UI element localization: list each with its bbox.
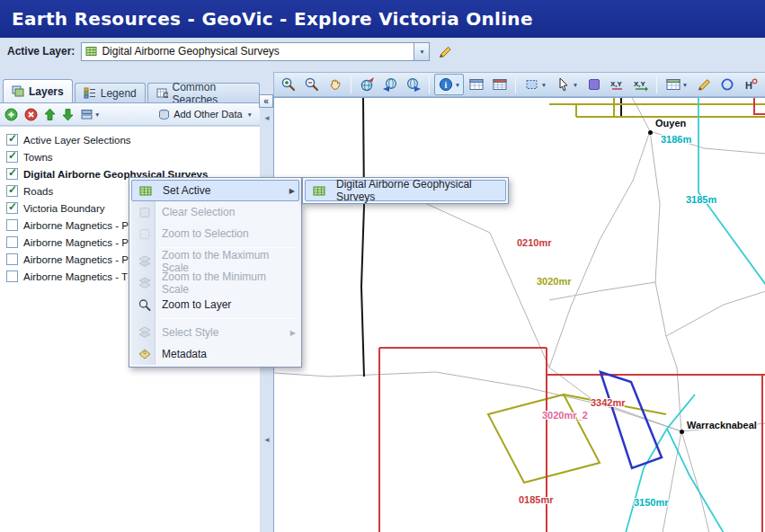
move-layer-up-button[interactable] (43, 108, 57, 121)
hand-icon (327, 76, 343, 93)
menu-item-clear-selection: Clear Selection (131, 201, 299, 223)
select-style-icon (138, 326, 152, 339)
town-marker-warracknabeal (680, 430, 684, 434)
check-icon: ✓ (8, 132, 17, 145)
chevron-down-icon: ▼ (419, 49, 424, 55)
layer-checkbox[interactable]: ✓ (6, 134, 18, 146)
zoom-out-button[interactable] (301, 74, 323, 95)
chevron-down-icon: ▼ (541, 82, 547, 88)
layer-checkbox[interactable] (6, 236, 18, 248)
layer-label: Active Layer Selections (23, 135, 131, 146)
survey-label: 3150mr (634, 497, 669, 508)
menu-item-set-active[interactable]: Set Active ▶ (131, 180, 299, 201)
chevron-down-icon: ▼ (247, 111, 253, 118)
menu-item-metadata[interactable]: Metadata (131, 343, 299, 365)
layers-toolbar: ▼ Add Other Data ▼ (0, 102, 260, 126)
remove-layer-button[interactable] (23, 108, 39, 121)
tab-common-searches[interactable]: Common Searches (147, 83, 260, 102)
add-other-data-button[interactable]: Add Other Data ▼ (153, 108, 256, 121)
submenu-item-digital-airborne[interactable]: Digital Airborne Geophysical Surveys (305, 180, 506, 201)
xy-icon: X,Y (609, 76, 626, 93)
sidebar-tabs: Layers Legend Common Searches (0, 79, 260, 102)
coordinates-xy-2-button[interactable]: X,Y (630, 74, 652, 95)
toolbar-separator (351, 76, 351, 93)
layer-label: Roads (23, 186, 53, 197)
set-active-submenu: Digital Airborne Geophysical Surveys (302, 177, 509, 204)
menu-separator (159, 247, 297, 248)
layer-label: Airborne Magnetics - P (23, 254, 129, 265)
layers-icon (12, 85, 24, 97)
globe-icon (359, 76, 375, 93)
layer-label: Towns (23, 152, 53, 163)
left-arrow-icon: ◄ (263, 436, 271, 444)
menu-item-label: Metadata (162, 348, 207, 360)
tab-layers[interactable]: Layers (3, 79, 73, 102)
move-layer-down-button[interactable] (61, 108, 75, 121)
pencil-icon (437, 44, 452, 59)
coordinates-xy-button[interactable]: X,Y (607, 74, 628, 95)
legend-icon (84, 87, 96, 99)
layer-checkbox[interactable]: ✓ (6, 185, 18, 197)
select-rectangle-button[interactable]: ▼ (520, 74, 550, 95)
town-label-warracknabeal: Warracknabeal (687, 420, 757, 430)
table-icon (468, 76, 485, 93)
clear-graphics-button[interactable] (583, 74, 605, 95)
circle-tool-button[interactable] (716, 74, 738, 95)
menu-separator (159, 318, 297, 319)
zoom-in-button[interactable] (278, 74, 299, 95)
collapse-sidebar-button[interactable]: « (259, 94, 273, 108)
menu-item-label: Set Active (163, 184, 210, 197)
svg-text:X,Y: X,Y (610, 80, 623, 88)
layer-label: Airborne Magnetics - P (23, 220, 129, 231)
map-vector-layers (274, 98, 765, 532)
table-icon (665, 76, 681, 93)
layer-display-options-button[interactable]: ▼ (79, 109, 101, 120)
layer-checkbox[interactable]: ✓ (6, 202, 18, 214)
circle-icon (719, 76, 735, 93)
zoom-previous-button[interactable] (379, 74, 401, 95)
tab-legend[interactable]: Legend (75, 83, 146, 102)
town-label-ouyen: Ouyen (655, 118, 686, 129)
survey-label: 3020mr_2 (542, 410, 588, 421)
attribute-table-button[interactable] (489, 74, 511, 95)
identify-button[interactable]: i▼ (434, 74, 464, 95)
draw-pencil-button[interactable] (693, 74, 715, 95)
select-pointer-button[interactable]: ▼ (552, 74, 582, 95)
splitter-collapse-arrow-top[interactable]: ◄ (262, 113, 271, 124)
check-icon: ✓ (8, 149, 17, 162)
layer-checkbox[interactable] (6, 270, 18, 282)
set-active-icon (138, 185, 153, 197)
page-title: Earth Resources - GeoVic - Explore Victo… (12, 8, 533, 30)
map-canvas[interactable]: Ouyen Warracknabeal 3186m 3185m 0210mr 3… (273, 97, 765, 532)
add-layer-button[interactable] (4, 108, 19, 121)
svg-text:H: H (745, 80, 752, 91)
layer-checkbox[interactable]: ✓ (6, 151, 18, 163)
measure-h-button[interactable]: H (740, 74, 761, 95)
zoom-min-scale-icon (138, 277, 152, 289)
clear-selection-icon (138, 207, 152, 218)
zoom-next-button[interactable] (403, 74, 424, 95)
layer-checkbox[interactable] (6, 219, 18, 231)
pan-button[interactable] (325, 74, 346, 95)
layer-checkbox[interactable] (6, 253, 18, 265)
active-layer-select[interactable]: Digital Airborne Geophysical Surveys ▼ (81, 42, 430, 61)
toolbar-separator (515, 76, 516, 93)
town-marker-ouyen (648, 130, 653, 135)
splitter-collapse-arrow-bottom[interactable]: ◄ (262, 435, 271, 446)
down-arrow-icon (62, 108, 74, 121)
layer-row[interactable]: ✓ Active Layer Selections (0, 131, 260, 148)
results-table-button[interactable] (466, 74, 487, 95)
display-options-icon (80, 109, 93, 120)
zoom-to-selection-icon (138, 228, 152, 240)
layer-checkbox[interactable]: ✓ (6, 168, 18, 180)
layer-row[interactable]: ✓ Towns (0, 148, 260, 165)
active-layer-label: Active Layer: (7, 45, 75, 58)
chevron-down-icon: ▼ (94, 111, 100, 118)
edit-active-layer-button[interactable] (436, 44, 453, 59)
menu-item-zoom-to-layer[interactable]: Zoom to Layer (131, 294, 299, 315)
active-layer-dropdown-button[interactable]: ▼ (414, 43, 429, 60)
chevron-down-icon: ▼ (682, 82, 688, 88)
full-extent-button[interactable] (356, 74, 378, 95)
table-options-button[interactable]: ▼ (662, 74, 691, 95)
remove-icon (24, 108, 38, 121)
